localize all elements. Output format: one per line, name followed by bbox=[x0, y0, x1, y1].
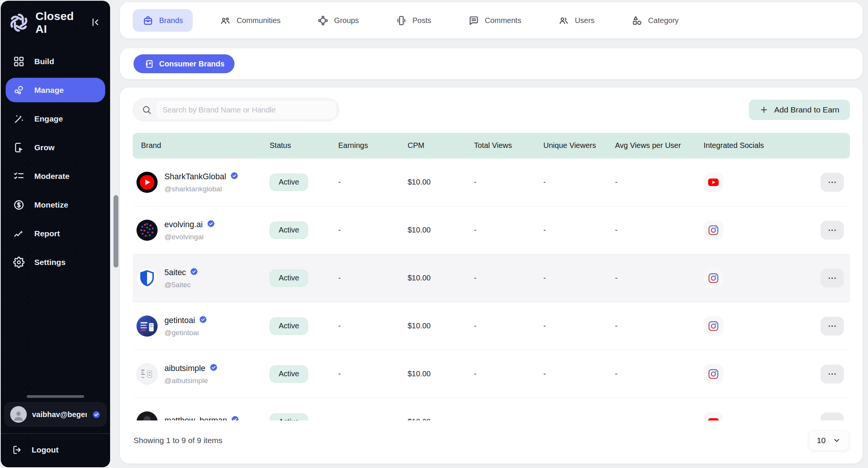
cpm-value: $10.00 bbox=[401, 178, 467, 186]
tab-users[interactable]: Users bbox=[548, 9, 604, 32]
brand-handle: @5aitec bbox=[164, 281, 198, 289]
tab-posts[interactable]: Posts bbox=[386, 9, 441, 32]
chevron-down-icon bbox=[833, 436, 841, 445]
status-badge: Active bbox=[270, 317, 308, 335]
unique-viewers-value: - bbox=[537, 226, 608, 234]
sidebar-item-engage[interactable]: Engage bbox=[6, 106, 105, 131]
verified-badge-icon bbox=[207, 219, 215, 230]
status-badge: Active bbox=[270, 269, 308, 287]
search-box bbox=[133, 98, 339, 122]
add-brand-label: Add Brand to Earn bbox=[774, 105, 839, 114]
row-actions-button[interactable] bbox=[820, 317, 844, 336]
table-row-aibutsimple[interactable]: aibutsimple @aibutsimple Active - $10.00… bbox=[133, 350, 850, 398]
column-header-integrated-socials: Integrated Socials bbox=[697, 141, 784, 150]
tab-groups[interactable]: Groups bbox=[308, 9, 369, 32]
users-icon bbox=[558, 15, 569, 26]
sidebar-resize-handle[interactable] bbox=[27, 395, 84, 398]
search-field bbox=[156, 101, 336, 119]
sidebar-item-report[interactable]: Report bbox=[6, 221, 105, 246]
pagination-summary: Showing 1 to 9 of 9 items bbox=[133, 436, 222, 445]
earnings-value: - bbox=[331, 322, 401, 330]
tab-category[interactable]: Category bbox=[622, 9, 689, 32]
logout-button[interactable]: Logout bbox=[1, 434, 70, 467]
row-actions-button[interactable] bbox=[820, 269, 844, 288]
cpm-value: $10.00 bbox=[401, 274, 467, 282]
total-views-value: - bbox=[467, 178, 537, 186]
sidebar-item-settings[interactable]: Settings bbox=[6, 250, 105, 274]
people-icon bbox=[220, 15, 231, 26]
logout-icon bbox=[12, 445, 23, 455]
page-size-select[interactable]: 10 bbox=[808, 430, 849, 451]
closed-ai-logo-icon bbox=[8, 12, 29, 33]
blue-card-avatar bbox=[136, 316, 158, 337]
row-actions-button[interactable] bbox=[820, 365, 844, 383]
instagram-icon bbox=[704, 316, 723, 336]
status-badge: Active bbox=[270, 365, 308, 383]
grid-icon bbox=[13, 56, 25, 67]
table-row-getintoai[interactable]: getintoai @getintoai Active - $10.00 - -… bbox=[133, 302, 850, 350]
blue-shield-avatar bbox=[136, 268, 158, 289]
unique-viewers-value: - bbox=[537, 417, 608, 420]
checklist-icon bbox=[13, 171, 25, 182]
search-icon bbox=[141, 105, 152, 115]
sidebar-item-moderate[interactable]: Moderate bbox=[6, 164, 105, 188]
consumer-brands-button[interactable]: Consumer Brands bbox=[133, 54, 235, 73]
consumer-brands-label: Consumer Brands bbox=[159, 60, 224, 68]
user-chip[interactable]: vaibhav@begenu... bbox=[5, 402, 106, 426]
table-row-evolving-ai[interactable]: evolving.ai @evolvingai Active - $10.00 … bbox=[133, 206, 850, 254]
logout-label: Logout bbox=[32, 445, 58, 454]
tab-communities[interactable]: Communities bbox=[210, 9, 290, 32]
brand-name: 5aitec bbox=[164, 268, 186, 277]
avg-views-value: - bbox=[608, 274, 697, 282]
table-row-matthew-berman[interactable]: matthew_berman Active - $10.00 - - - bbox=[133, 398, 850, 420]
column-header-brand: Brand bbox=[133, 141, 263, 150]
mobile-icon bbox=[396, 15, 407, 26]
table-body: SharkTankGlobal @sharktankglobal Active … bbox=[133, 159, 850, 420]
search-input[interactable] bbox=[163, 106, 330, 114]
row-actions-button[interactable] bbox=[820, 221, 844, 240]
status-badge: Active bbox=[270, 222, 308, 239]
nodes-icon bbox=[317, 15, 328, 26]
unique-viewers-value: - bbox=[537, 322, 608, 330]
cpm-value: $10.00 bbox=[401, 417, 467, 420]
sidebar-item-grow[interactable]: Grow bbox=[6, 135, 105, 160]
sidebar-item-build[interactable]: Build bbox=[6, 49, 105, 74]
shapes-icon bbox=[632, 15, 643, 26]
brand-name: SharkTankGlobal bbox=[164, 172, 226, 182]
earnings-value: - bbox=[331, 417, 401, 420]
sidebar-item-monetize[interactable]: Monetize bbox=[6, 192, 105, 217]
total-views-value: - bbox=[467, 417, 537, 420]
column-header-status: Status bbox=[263, 141, 331, 150]
youtube-icon bbox=[704, 412, 723, 420]
tab-comments[interactable]: Comments bbox=[459, 9, 531, 32]
verified-badge-icon bbox=[231, 415, 239, 420]
instagram-icon bbox=[704, 364, 723, 384]
tab-brands[interactable]: Brands bbox=[133, 9, 193, 32]
scrollbar-thumb[interactable] bbox=[113, 195, 118, 268]
youtube-avatar bbox=[136, 172, 158, 193]
sidebar-item-manage[interactable]: Manage bbox=[6, 78, 105, 102]
earnings-value: - bbox=[331, 369, 401, 378]
user-email: vaibhav@begenu... bbox=[32, 410, 87, 419]
table-row-5aitec[interactable]: 5aitec @5aitec Active - $10.00 - - - bbox=[133, 254, 850, 302]
brand-handle: @aibutsimple bbox=[164, 377, 218, 385]
filter-bar: Consumer Brands bbox=[120, 48, 863, 79]
table-row-sharktankglobal[interactable]: SharkTankGlobal @sharktankglobal Active … bbox=[133, 159, 850, 206]
earnings-value: - bbox=[331, 274, 401, 282]
youtube-icon bbox=[704, 172, 723, 192]
add-brand-button[interactable]: Add Brand to Earn bbox=[749, 100, 850, 120]
unique-viewers-value: - bbox=[537, 274, 608, 282]
column-header-earnings: Earnings bbox=[331, 141, 401, 150]
consumer-brands-icon bbox=[144, 59, 154, 69]
avg-views-value: - bbox=[608, 417, 697, 420]
row-actions-button[interactable] bbox=[820, 173, 844, 192]
total-views-value: - bbox=[467, 274, 537, 282]
comment-icon bbox=[468, 15, 479, 26]
status-badge: Active bbox=[270, 174, 308, 191]
instagram-icon bbox=[704, 220, 723, 240]
row-actions-button[interactable] bbox=[820, 413, 844, 420]
cpm-value: $10.00 bbox=[401, 226, 467, 234]
brand-name: aibutsimple bbox=[164, 364, 205, 373]
sidebar-collapse-button[interactable] bbox=[89, 16, 102, 29]
dark-dots-avatar bbox=[136, 220, 158, 241]
